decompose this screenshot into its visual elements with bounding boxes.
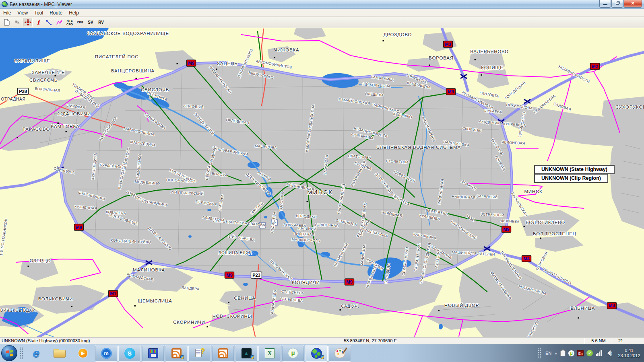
menu-help[interactable]: Help [66, 9, 82, 16]
restore-button[interactable] [611, 0, 623, 8]
excel-icon[interactable]: X [258, 345, 281, 362]
sv-button[interactable]: SV [86, 18, 95, 27]
settlement-dot [524, 226, 525, 228]
taskbar-clock[interactable]: 0:4123.10.2012 [617, 348, 642, 358]
measure-tool-button[interactable] [44, 18, 54, 27]
place-label: ВИЧСКОЕ ВДХР. [0, 308, 36, 313]
place-label: ЗАСЛАВСКОЕ ВОДОХРАНИЛИЩЕ [87, 31, 169, 36]
rv-button[interactable]: RV [96, 18, 106, 27]
road-badge-Р23: Р23 [251, 272, 262, 278]
road-badge-М9: М9 [502, 226, 511, 232]
media-player-icon[interactable]: ▶ [72, 345, 94, 362]
clock-date: 23.10.2012 [617, 353, 642, 358]
place-label: ОТРАДНАЯ [1, 97, 25, 101]
place-label: СКОРИНИЧИ [173, 320, 205, 325]
mapsource2-icon[interactable] [212, 345, 234, 362]
menu-view[interactable]: View [14, 9, 31, 16]
svg-text:М9: М9 [448, 89, 454, 94]
menu-file[interactable]: File [0, 9, 14, 16]
place-label: БОЛ.СТИКЛЕВО [526, 220, 565, 225]
road-badge-М9: М9 [187, 60, 196, 66]
close-button[interactable]: ✕ [623, 0, 642, 8]
select-tool-button[interactable]: ✎ [12, 18, 22, 27]
rte-cfg-button[interactable]: RTECFG [65, 18, 74, 27]
network-icon[interactable] [596, 350, 602, 356]
info-tool-button[interactable]: i [33, 18, 43, 27]
clock-time: 0:41 [617, 348, 642, 353]
settlement-dot [28, 266, 29, 267]
tray-grip[interactable] [537, 348, 543, 358]
menu-route[interactable]: Route [46, 9, 66, 16]
app-globe-icon [2, 1, 8, 7]
settlement-dot [136, 78, 137, 80]
show-hidden-icons[interactable]: ▲ [554, 352, 557, 355]
paint-palette-icon[interactable] [328, 345, 351, 362]
clipboard-icon[interactable] [560, 350, 566, 356]
settlement-dot [481, 74, 483, 76]
place-label: ЗАЦЕНЬ [217, 61, 237, 66]
taskbar-items: e▶mS?▲Xµ [0, 344, 351, 362]
place-label: ПИСАТЕЛЕЙ ПОС. [95, 54, 140, 59]
place-label: ОЗЕРЦО [29, 258, 51, 263]
svg-text:М3: М3 [445, 42, 451, 47]
svg-text:М9: М9 [226, 273, 232, 278]
cfg-button[interactable]: CFG [75, 18, 85, 27]
utorrent-icon[interactable]: µ [282, 345, 304, 362]
place-label: НОВ. СКОРИНЫ [212, 314, 252, 319]
volume-icon[interactable]: ) [605, 350, 612, 356]
place-label: СВИСЛОЧЬ [141, 87, 169, 92]
window-titlebar: Без названия - MPC_Viewer ✕ [0, 0, 644, 9]
map-canvas[interactable]: ✈✈ЗАСЛАВСКОЕ ВОДОХРАНИЛИЩЕОХРАНИЛИЩЕПИСА… [0, 28, 644, 337]
svg-text:М4: М4 [609, 303, 615, 308]
place-label: БОЛ ТРОСТЕНЕЦ [533, 231, 576, 236]
place-label: МИНСК [524, 189, 542, 194]
route-tool-button[interactable] [54, 18, 64, 27]
water-body [264, 216, 267, 218]
minimize-button[interactable] [599, 0, 611, 8]
pan-tool-button[interactable] [23, 18, 33, 27]
maxthon-icon[interactable]: m [95, 345, 118, 362]
mpc-viewer-icon[interactable] [305, 345, 328, 362]
language-indicator[interactable]: EN [545, 351, 551, 356]
taskbar-grip[interactable] [19, 347, 25, 359]
status-scale: 5.6 NM [587, 338, 610, 344]
settlement-dot [71, 306, 73, 308]
status-ok-icon[interactable]: ✓ [586, 350, 593, 356]
punto-switcher-icon[interactable]: En [577, 350, 584, 356]
floppy-app-icon[interactable] [142, 345, 164, 362]
mapsource-icon[interactable] [165, 345, 188, 362]
road-badge-М9: М9 [74, 224, 84, 230]
new-file-button[interactable] [2, 18, 12, 27]
settlement-dot [66, 131, 67, 133]
settlement-dot [134, 305, 136, 307]
windows-explorer-icon[interactable] [48, 345, 71, 362]
place-label: СЕНИЦА [234, 296, 256, 300]
internet-explorer-icon[interactable]: e [25, 345, 47, 362]
water-body [439, 324, 443, 329]
settlement-dot [55, 75, 56, 77]
settlement-dot [578, 317, 580, 319]
place-label: БОРОВАЯ [429, 56, 454, 60]
road-badge-P28: P28 [18, 88, 29, 95]
settlement-dot [383, 40, 384, 42]
utorrent-tray-icon[interactable]: µ [568, 350, 574, 356]
road-badge-М3: М3 [444, 41, 453, 47]
place-label: ОХРАНИЛИЩЕ [14, 58, 50, 63]
svg-text:М2: М2 [592, 64, 598, 69]
system-tray: EN▲µEn✓)0:4123.10.2012 [537, 348, 644, 358]
settlement-dot [540, 238, 542, 239]
water-body [243, 283, 248, 286]
start-button[interactable] [0, 344, 19, 362]
svg-text:М9: М9 [188, 61, 194, 66]
help-file-icon[interactable]: ? [188, 345, 211, 362]
place-label: ЩЕМЫСЛИЦА [138, 298, 172, 303]
window-title: Без названия - MPC_Viewer [10, 2, 72, 7]
skype-icon[interactable]: S [118, 345, 141, 362]
menu-bar: FileViewToolRouteHelp [0, 9, 644, 17]
svg-text:М9: М9 [76, 225, 82, 230]
menu-tool[interactable]: Tool [31, 9, 46, 16]
place-label: БАНЦЕРОВЩИНА [111, 68, 155, 73]
place-label: ЖДАНОВИЧИ [58, 111, 91, 116]
gis-app-icon[interactable]: ▲ [235, 345, 258, 362]
start-orb [1, 345, 17, 361]
